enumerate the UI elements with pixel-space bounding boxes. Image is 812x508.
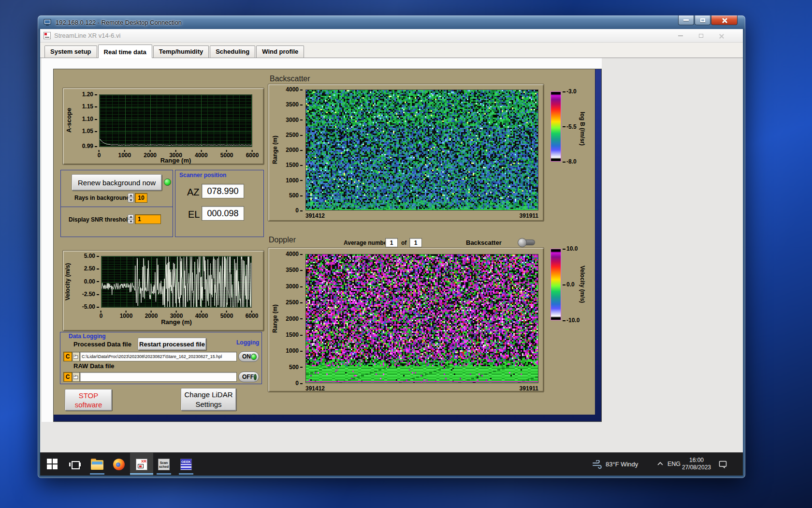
tab-scheduling[interactable]: Scheduling <box>210 45 255 58</box>
file-explorer-button[interactable] <box>91 459 102 470</box>
background-controls-group: Renew background now Rays in background … <box>60 170 173 207</box>
velocity-graph: Velocity (m/s) 5.002.500.00-2.50-5.00 01… <box>62 250 264 331</box>
rdp-maximize-button[interactable] <box>695 15 710 25</box>
velocity-canvas <box>102 256 251 307</box>
vi-restore-button[interactable] <box>694 29 708 43</box>
rdp-titlebar[interactable]: 192.168.0.122 - Remote Desktop Connectio… <box>38 15 745 29</box>
backscatter-y-axis-label: Range (m) <box>271 90 279 210</box>
doppler-canvas <box>306 254 538 383</box>
close-icon <box>722 17 727 23</box>
clock[interactable]: 16:00 27/08/2023 <box>681 457 712 471</box>
start-button[interactable] <box>47 459 58 470</box>
snr-value-field[interactable]: 1 <box>135 214 161 224</box>
tick-label: 1.10 <box>82 116 97 122</box>
raw-drive-selector[interactable]: C <box>63 372 72 382</box>
vi-titlebar[interactable]: StreamLine XR v14-6.vi <box>40 29 743 43</box>
raw-path-browse-icon[interactable] <box>72 372 80 382</box>
tab-wind-profile[interactable]: Wind profile <box>256 45 304 58</box>
tick-label: -5.00 <box>82 303 99 310</box>
average-total-field[interactable]: 1 <box>409 238 422 247</box>
tick-label: 2000 <box>286 147 303 153</box>
tick-label: 1.20 <box>82 91 97 98</box>
notification-center-icon[interactable] <box>719 461 727 468</box>
tick-label: 2.50 <box>84 265 99 272</box>
firefox-button[interactable] <box>113 459 125 470</box>
tick-label: 1500 <box>286 331 303 338</box>
weather-text[interactable]: 83°F Windy <box>606 461 638 468</box>
task-view-button[interactable] <box>69 459 81 470</box>
wind-weather-icon[interactable] <box>592 460 603 469</box>
tick-label: 0 <box>295 380 303 387</box>
snr-spinner[interactable] <box>128 214 134 224</box>
processed-path-browse-icon[interactable] <box>72 352 80 361</box>
tray-chevron-up-icon[interactable] <box>657 462 664 466</box>
ascope-x-axis-label: Range (m) <box>99 157 252 164</box>
data-logging-title: Data Logging <box>69 333 106 340</box>
taskbar: XR Scansched GEEK <box>40 452 743 476</box>
average-number-field[interactable]: 1 <box>385 238 398 247</box>
ascope-y-axis-label: A-scope <box>65 94 72 146</box>
language-indicator[interactable]: ENG <box>667 461 681 467</box>
tick-label: 0 <box>295 207 303 214</box>
scan-scheduler-button[interactable]: Scansched <box>158 459 170 470</box>
doppler-plot-area <box>305 254 538 383</box>
tab-system-setup[interactable]: System setup <box>44 45 97 58</box>
rays-value-field[interactable]: 10 <box>135 193 147 203</box>
processed-logging-on-button[interactable]: ON <box>238 351 259 362</box>
restart-processed-file-button[interactable]: Restart processed file <box>138 338 206 350</box>
backscatter-display-toggle[interactable] <box>519 239 535 245</box>
logging-label: Logging <box>236 339 259 346</box>
doppler-x-end: 391911 <box>520 385 538 392</box>
tick-label: 10.0 <box>563 245 578 252</box>
tick-label: 1000 <box>286 347 303 354</box>
tick-label: 3500 <box>286 101 303 108</box>
front-panel: A-scope 1.201.151.101.050.99 01000200030… <box>53 69 602 422</box>
backscatter-plot-area <box>305 90 538 210</box>
geek-app-button[interactable]: GEEK <box>180 459 192 470</box>
backscatter-x-range: 391412 391911 <box>305 212 538 219</box>
vi-window-title: StreamLine XR v14-6.vi <box>54 32 120 39</box>
rdp-minimize-button[interactable] <box>678 15 694 25</box>
change-lidar-settings-button[interactable]: Change LiDAR Settings <box>181 388 236 411</box>
raw-data-file-label: RAW Data file <box>73 362 115 370</box>
processed-drive-selector[interactable]: C <box>63 352 72 361</box>
tab-temp-humidity[interactable]: Temp/humidity <box>153 45 209 58</box>
velocity-plot-area <box>101 256 252 308</box>
raw-path-field[interactable] <box>80 372 237 382</box>
vi-minimize-button[interactable] <box>673 29 688 43</box>
processed-data-file-label: Processed Data file <box>73 341 131 348</box>
desktop: 192.168.0.122 - Remote Desktop Connectio… <box>0 0 812 508</box>
ascope-plot-area <box>99 94 252 147</box>
tick-label: -5.5 <box>563 123 577 130</box>
minimize-icon <box>678 35 683 36</box>
stop-software-button[interactable]: STOP software <box>65 389 112 411</box>
processed-path-field[interactable]: C:\Lidar\Data\Proc\2023\202308\20230827\… <box>80 352 237 361</box>
scanner-position-group: Scanner position AZ 078.990 EL 000.098 <box>175 170 264 237</box>
on-label: ON <box>242 353 251 360</box>
vi-close-button[interactable] <box>714 29 728 43</box>
tick-label: 1500 <box>286 162 303 168</box>
rays-spinner[interactable] <box>128 193 134 203</box>
ascope-canvas <box>100 95 252 147</box>
minimize-icon <box>683 19 689 21</box>
rdp-close-button[interactable] <box>711 15 738 25</box>
snr-threshold-label: Display SNR threshold <box>69 216 131 223</box>
doppler-x-range: 391412 391911 <box>305 385 538 392</box>
tab-bar: System setup Real time data Temp/humidit… <box>40 43 743 58</box>
change-line1: Change LiDAR <box>184 390 232 400</box>
velocity-y-ticks: 5.002.500.00-2.50-5.00 <box>75 256 100 307</box>
backscatter-x-start: 391412 <box>305 212 325 219</box>
streamline-xr-taskbar-button[interactable]: XR <box>130 453 153 476</box>
tick-label: -2.50 <box>82 291 99 298</box>
renew-background-button[interactable]: Renew background now <box>72 174 162 191</box>
backscatter-x-end: 391911 <box>520 212 538 219</box>
el-label: EL <box>188 209 200 220</box>
tick-label: 500 <box>289 364 303 371</box>
tab-real-time-data[interactable]: Real time data <box>98 45 152 58</box>
raw-logging-off-button[interactable]: OFF <box>238 372 259 382</box>
tick-label: -8.0 <box>563 158 577 165</box>
tick-label: 3000 <box>286 117 303 123</box>
ascope-y-ticks: 1.201.151.101.050.99 <box>75 94 98 146</box>
scanner-position-title: Scanner position <box>179 172 226 179</box>
tick-label: 500 <box>289 192 303 199</box>
